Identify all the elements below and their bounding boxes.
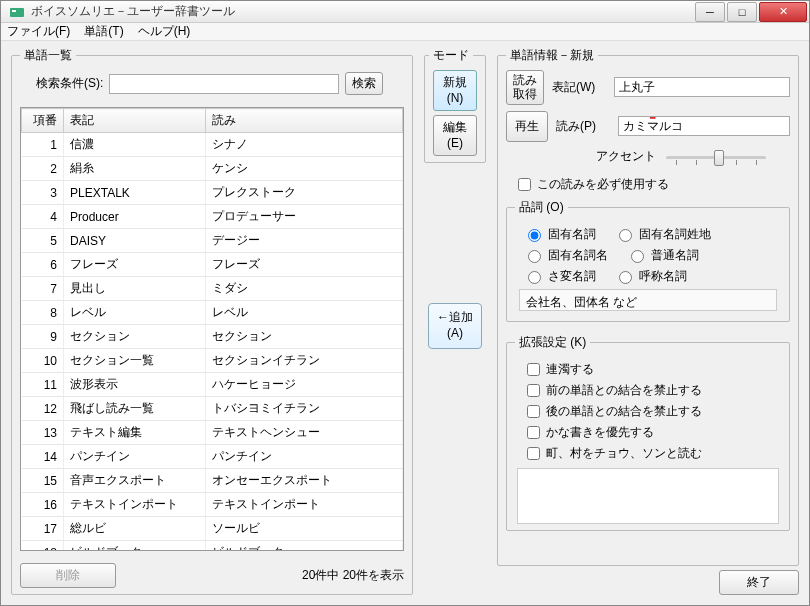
search-label: 検索条件(S): <box>36 75 103 92</box>
svg-rect-1 <box>12 10 16 12</box>
table-row[interactable]: 17総ルビソールビ <box>22 517 403 541</box>
col-num[interactable]: 項番 <box>22 109 64 133</box>
word-info-legend: 単語情報－新規 <box>506 47 598 64</box>
mode-legend: モード <box>429 47 473 64</box>
titlebar: ボイスソムリエ－ユーザー辞書ツール ─ □ ✕ <box>1 1 809 23</box>
search-button[interactable]: 検索 <box>345 72 383 95</box>
table-row[interactable]: 15音声エクスポートオンセーエクスポート <box>22 469 403 493</box>
word-info-panel: 単語情報－新規 読み 取得 表記(W) 再生 読み(P) ━ アクセント <box>497 47 799 566</box>
yomi-label: 読み(P) <box>556 118 610 135</box>
ext-nonext-checkbox[interactable] <box>527 405 540 418</box>
right-column: 単語情報－新規 読み 取得 表記(W) 再生 読み(P) ━ アクセント <box>497 47 799 595</box>
col-hyoki[interactable]: 表記 <box>64 109 206 133</box>
app-window: ボイスソムリエ－ユーザー辞書ツール ─ □ ✕ ファイル(F) 単語(T) ヘル… <box>0 0 810 606</box>
svg-rect-0 <box>10 8 24 17</box>
mode-new-button[interactable]: 新規 (N) <box>433 70 477 111</box>
hinshi-desc: 会社名、団体名 など <box>519 289 777 311</box>
maximize-button[interactable]: □ <box>727 2 757 22</box>
close-button[interactable]: ✕ <box>759 2 807 22</box>
ext-notes <box>517 468 779 524</box>
table-row[interactable]: 6フレーズフレーズ <box>22 253 403 277</box>
table-row[interactable]: 9セクションセクション <box>22 325 403 349</box>
content: 単語一覧 検索条件(S): 検索 項番 表記 読み 1信濃シナノ2絹糸ケンシ3P… <box>1 41 809 605</box>
radio-koyuu[interactable]: 固有名詞 <box>523 226 596 243</box>
footer: 終了 <box>497 566 799 595</box>
ext-chou-checkbox[interactable] <box>527 447 540 460</box>
ext-kana-checkbox[interactable] <box>527 426 540 439</box>
always-use-row: この読みを必ず使用する <box>518 176 790 193</box>
mode-edit-button[interactable]: 編集 (E) <box>433 115 477 156</box>
hyoki-row: 読み 取得 表記(W) <box>506 70 790 105</box>
ext-noprev-checkbox[interactable] <box>527 384 540 397</box>
radio-sahen[interactable]: さ変名詞 <box>523 268 596 285</box>
window-buttons: ─ □ ✕ <box>693 2 807 22</box>
play-button[interactable]: 再生 <box>506 111 548 142</box>
hinshi-legend: 品詞 (O) <box>515 199 568 216</box>
menu-file[interactable]: ファイル(F) <box>7 23 70 40</box>
menu-help[interactable]: ヘルプ(H) <box>138 23 191 40</box>
word-table-wrap[interactable]: 項番 表記 読み 1信濃シナノ2絹糸ケンシ3PLEXTALKプレクストーク4Pr… <box>20 107 404 551</box>
radio-koyuu-mei[interactable]: 固有名詞名 <box>523 247 608 264</box>
radio-koshou[interactable]: 呼称名詞 <box>614 268 687 285</box>
accent-row: アクセント <box>596 148 790 166</box>
table-row[interactable]: 2絹糸ケンシ <box>22 157 403 181</box>
table-row[interactable]: 14パンチインパンチイン <box>22 445 403 469</box>
word-list-legend: 単語一覧 <box>20 47 76 64</box>
radio-futsuu[interactable]: 普通名詞 <box>626 247 699 264</box>
table-row[interactable]: 16テキストインポートテキストインポート <box>22 493 403 517</box>
table-row[interactable]: 18ビルドブックビルドブック <box>22 541 403 552</box>
minimize-button[interactable]: ─ <box>695 2 725 22</box>
table-row[interactable]: 7見出しミダシ <box>22 277 403 301</box>
accent-label: アクセント <box>596 148 656 165</box>
menubar: ファイル(F) 単語(T) ヘルプ(H) <box>1 23 809 41</box>
yomi-input[interactable] <box>618 116 790 136</box>
delete-button[interactable]: 削除 <box>20 563 116 588</box>
table-row[interactable]: 13テキスト編集テキストヘンシュー <box>22 421 403 445</box>
get-reading-button[interactable]: 読み 取得 <box>506 70 544 105</box>
hinshi-radios: 固有名詞 固有名詞姓地 固有名詞名 普通名詞 さ変名詞 呼称名詞 <box>523 226 781 285</box>
status-text: 20件中 20件を表示 <box>302 567 404 584</box>
yomi-row: 再生 読み(P) ━ <box>506 111 790 142</box>
table-row[interactable]: 4Producerプロデューサー <box>22 205 403 229</box>
always-use-label: この読みを必ず使用する <box>537 176 669 193</box>
hyoki-label: 表記(W) <box>552 79 606 96</box>
word-list-panel: 単語一覧 検索条件(S): 検索 項番 表記 読み 1信濃シナノ2絹糸ケンシ3P… <box>11 47 413 595</box>
add-button[interactable]: ←追加 (A) <box>428 303 482 348</box>
menu-word[interactable]: 単語(T) <box>84 23 123 40</box>
hinshi-panel: 品詞 (O) 固有名詞 固有名詞姓地 固有名詞名 普通名詞 さ変名詞 呼称名詞 … <box>506 199 790 322</box>
table-row[interactable]: 8レベルレベル <box>22 301 403 325</box>
table-footer: 削除 20件中 20件を表示 <box>20 563 404 588</box>
table-row[interactable]: 3PLEXTALKプレクストーク <box>22 181 403 205</box>
always-use-checkbox[interactable] <box>518 178 531 191</box>
search-input[interactable] <box>109 74 339 94</box>
table-row[interactable]: 12飛ばし読み一覧トバシヨミイチラン <box>22 397 403 421</box>
slider-thumb-icon[interactable] <box>714 150 724 166</box>
mode-panel: モード 新規 (N) 編集 (E) <box>424 47 486 163</box>
ext-panel: 拡張設定 (K) 連濁する 前の単語との結合を禁止する 後の単語との結合を禁止す… <box>506 334 790 531</box>
hyoki-input[interactable] <box>614 77 790 97</box>
table-row[interactable]: 5DAISYデージー <box>22 229 403 253</box>
table-row[interactable]: 11波形表示ハケーヒョージ <box>22 373 403 397</box>
ext-legend: 拡張設定 (K) <box>515 334 590 351</box>
mid-column: モード 新規 (N) 編集 (E) ←追加 (A) <box>421 47 489 595</box>
app-icon <box>9 4 25 20</box>
ext-rendaku-checkbox[interactable] <box>527 363 540 376</box>
word-table: 項番 表記 読み 1信濃シナノ2絹糸ケンシ3PLEXTALKプレクストーク4Pr… <box>21 108 403 551</box>
exit-button[interactable]: 終了 <box>719 570 799 595</box>
col-yomi[interactable]: 読み <box>206 109 403 133</box>
accent-mark-icon: ━ <box>650 113 655 123</box>
table-row[interactable]: 1信濃シナノ <box>22 133 403 157</box>
search-row: 検索条件(S): 検索 <box>36 72 404 95</box>
radio-koyuu-sei[interactable]: 固有名詞姓地 <box>614 226 711 243</box>
accent-slider[interactable] <box>666 148 766 166</box>
table-row[interactable]: 10セクション一覧セクションイチラン <box>22 349 403 373</box>
window-title: ボイスソムリエ－ユーザー辞書ツール <box>31 3 693 20</box>
